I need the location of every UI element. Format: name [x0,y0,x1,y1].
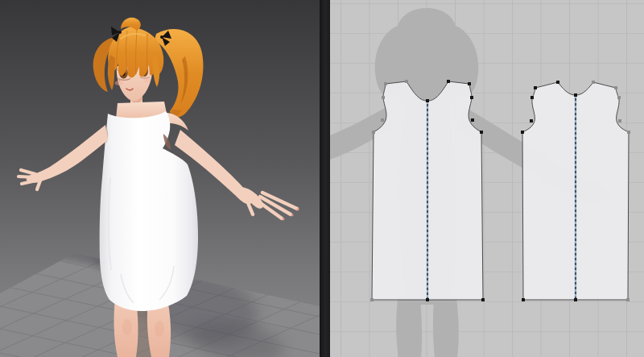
pattern-scene [330,0,644,357]
pattern-piece-front[interactable] [370,80,485,301]
pattern-control-point[interactable] [618,119,621,122]
pattern-control-point[interactable] [447,80,450,83]
application-window [0,0,644,357]
pattern-control-point[interactable] [381,118,384,122]
pattern-control-point[interactable] [481,298,485,301]
pattern-control-point[interactable] [384,82,387,85]
pattern-control-point[interactable] [405,80,408,83]
silhouette-leg-left [396,298,422,357]
pattern-control-point[interactable] [556,81,559,84]
pattern-control-point[interactable] [426,298,429,301]
knee-shading-right [155,321,164,337]
pattern-control-point[interactable] [382,96,385,99]
pattern-control-point[interactable] [574,298,577,301]
pattern-control-point[interactable] [574,93,577,97]
silhouette-leg-right [433,298,459,357]
pattern-control-point[interactable] [480,131,483,134]
pattern-control-point[interactable] [617,96,621,99]
pattern-control-point[interactable] [626,298,630,301]
pattern-control-point[interactable] [530,96,534,99]
pattern-control-point[interactable] [614,86,617,89]
pattern-control-point[interactable] [470,96,473,99]
pattern-control-point[interactable] [426,99,429,102]
pattern-control-point[interactable] [471,118,474,122]
pattern-control-point[interactable] [522,298,525,301]
pattern-control-point[interactable] [627,131,630,134]
pattern-control-point[interactable] [534,86,537,89]
pattern-control-point[interactable] [370,298,374,301]
pattern-piece-back[interactable] [521,81,630,301]
viewport-splitter-handle[interactable] [320,0,330,357]
pattern-control-point[interactable] [372,131,375,134]
pattern-control-point[interactable] [521,131,524,134]
pattern-control-point[interactable] [468,82,471,85]
knee-shading [122,319,132,335]
pattern-control-point[interactable] [530,119,533,122]
pattern-control-point[interactable] [592,81,595,84]
3d-viewport[interactable] [0,0,320,357]
2d-pattern-viewport[interactable] [330,0,644,357]
3d-scene [0,0,320,357]
